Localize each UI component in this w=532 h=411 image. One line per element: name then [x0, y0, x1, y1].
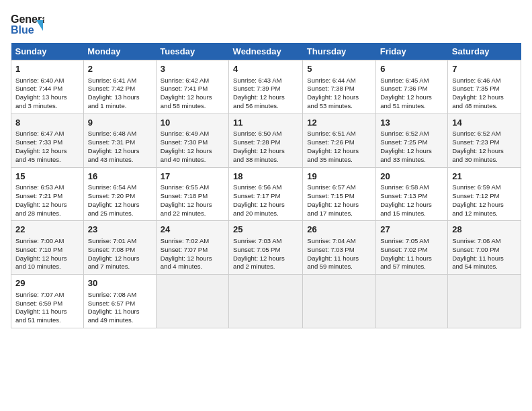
day-info: Sunset: 7:44 PM: [15, 85, 79, 93]
day-number: 26: [307, 224, 371, 236]
day-info: Sunset: 7:17 PM: [233, 192, 298, 201]
day-number: 25: [233, 224, 298, 236]
day-info: and 33 minutes.: [380, 156, 443, 165]
day-info: and 45 minutes.: [15, 156, 79, 165]
day-info: Daylight: 12 hours: [307, 201, 371, 210]
day-info: Sunset: 7:00 PM: [452, 246, 517, 255]
day-info: Daylight: 12 hours: [161, 93, 224, 102]
day-info: Sunset: 7:30 PM: [161, 138, 224, 147]
day-info: Sunrise: 6:46 AM: [452, 77, 517, 85]
day-number: 28: [452, 224, 517, 236]
empty-cell: [156, 275, 228, 328]
day-info: Daylight: 12 hours: [15, 201, 79, 210]
day-number: 27: [380, 224, 443, 236]
day-number: 7: [452, 63, 517, 75]
day-info: Daylight: 12 hours: [161, 255, 224, 263]
day-number: 9: [88, 117, 152, 129]
day-info: Sunrise: 7:03 AM: [233, 237, 298, 246]
day-number: 24: [161, 224, 224, 236]
day-info: Sunset: 7:13 PM: [380, 192, 443, 201]
day-cell: 29Sunrise: 7:07 AMSunset: 6:59 PMDayligh…: [11, 275, 84, 328]
day-info: Sunrise: 7:08 AM: [88, 291, 152, 300]
day-info: Sunset: 7:33 PM: [15, 138, 79, 147]
day-info: Sunset: 7:36 PM: [380, 85, 443, 93]
day-number: 12: [307, 117, 371, 129]
day-cell: 1Sunrise: 6:40 AMSunset: 7:44 PMDaylight…: [11, 60, 84, 114]
day-cell: 25Sunrise: 7:03 AMSunset: 7:05 PMDayligh…: [229, 221, 303, 275]
day-number: 14: [452, 117, 517, 129]
day-info: and 28 minutes.: [15, 210, 79, 218]
day-info: Daylight: 12 hours: [15, 255, 79, 263]
day-info: Sunrise: 7:02 AM: [161, 237, 224, 246]
day-info: and 17 minutes.: [307, 210, 371, 218]
col-friday: Friday: [376, 43, 448, 60]
empty-cell: [448, 275, 521, 328]
day-info: Daylight: 12 hours: [452, 201, 517, 210]
day-info: and 49 minutes.: [88, 316, 152, 325]
day-info: Sunrise: 6:40 AM: [15, 77, 79, 85]
day-info: Daylight: 12 hours: [88, 201, 152, 210]
table-row: 15Sunrise: 6:53 AMSunset: 7:21 PMDayligh…: [11, 167, 521, 221]
day-cell: 16Sunrise: 6:54 AMSunset: 7:20 PMDayligh…: [83, 167, 156, 221]
day-info: Sunrise: 7:06 AM: [452, 237, 517, 246]
day-cell: 7Sunrise: 6:46 AMSunset: 7:35 PMDaylight…: [448, 60, 521, 114]
day-info: and 54 minutes.: [452, 263, 517, 271]
day-info: Sunrise: 7:05 AM: [380, 237, 443, 246]
day-number: 17: [161, 171, 224, 183]
day-info: and 38 minutes.: [233, 156, 298, 165]
day-info: Sunrise: 6:50 AM: [233, 130, 298, 138]
day-number: 16: [88, 171, 152, 183]
day-info: Sunrise: 6:52 AM: [380, 130, 443, 138]
day-info: and 35 minutes.: [307, 156, 371, 165]
day-number: 30: [88, 277, 152, 289]
day-info: Sunset: 7:05 PM: [233, 246, 298, 255]
day-number: 6: [380, 63, 443, 75]
day-info: Daylight: 12 hours: [380, 93, 443, 102]
day-number: 15: [15, 171, 79, 183]
day-info: Daylight: 12 hours: [233, 201, 298, 210]
day-number: 22: [15, 224, 79, 236]
day-info: and 53 minutes.: [307, 102, 371, 111]
day-info: Daylight: 12 hours: [233, 93, 298, 102]
day-cell: 17Sunrise: 6:55 AMSunset: 7:18 PMDayligh…: [156, 167, 228, 221]
day-info: and 4 minutes.: [161, 263, 224, 271]
day-info: Sunset: 7:35 PM: [452, 85, 517, 93]
day-cell: 15Sunrise: 6:53 AMSunset: 7:21 PMDayligh…: [11, 167, 84, 221]
day-info: Sunrise: 7:04 AM: [307, 237, 371, 246]
day-info: Sunrise: 6:44 AM: [307, 77, 371, 85]
day-info: Sunrise: 7:07 AM: [15, 291, 79, 300]
day-cell: 22Sunrise: 7:00 AMSunset: 7:10 PMDayligh…: [11, 221, 84, 275]
day-number: 29: [15, 277, 79, 289]
day-info: and 57 minutes.: [380, 263, 443, 271]
table-row: 22Sunrise: 7:00 AMSunset: 7:10 PMDayligh…: [11, 221, 521, 275]
day-info: Daylight: 12 hours: [380, 201, 443, 210]
day-number: 10: [161, 117, 224, 129]
day-cell: 4Sunrise: 6:43 AMSunset: 7:39 PMDaylight…: [229, 60, 303, 114]
day-info: Sunrise: 6:47 AM: [15, 130, 79, 138]
day-info: Sunset: 7:41 PM: [161, 85, 224, 93]
day-info: and 43 minutes.: [88, 156, 152, 165]
day-info: Daylight: 11 hours: [307, 255, 371, 263]
day-info: Sunset: 7:07 PM: [161, 246, 224, 255]
calendar-table: Sunday Monday Tuesday Wednesday Thursday…: [11, 43, 521, 328]
day-info: Sunset: 7:23 PM: [452, 138, 517, 147]
day-info: Daylight: 11 hours: [380, 255, 443, 263]
day-info: Sunrise: 6:41 AM: [88, 77, 152, 85]
day-info: Daylight: 12 hours: [233, 255, 298, 263]
day-info: and 3 minutes.: [15, 102, 79, 111]
day-info: Sunset: 7:03 PM: [307, 246, 371, 255]
col-tuesday: Tuesday: [156, 43, 228, 60]
day-number: 19: [307, 171, 371, 183]
col-wednesday: Wednesday: [229, 43, 303, 60]
day-number: 5: [307, 63, 371, 75]
day-cell: 30Sunrise: 7:08 AMSunset: 6:57 PMDayligh…: [83, 275, 156, 328]
day-info: Sunrise: 6:52 AM: [452, 130, 517, 138]
day-info: Sunset: 6:57 PM: [88, 300, 152, 308]
day-number: 1: [15, 63, 79, 75]
day-number: 13: [380, 117, 443, 129]
day-cell: 18Sunrise: 6:56 AMSunset: 7:17 PMDayligh…: [229, 167, 303, 221]
day-info: and 7 minutes.: [88, 263, 152, 271]
day-info: Sunrise: 6:48 AM: [88, 130, 152, 138]
day-cell: 20Sunrise: 6:58 AMSunset: 7:13 PMDayligh…: [376, 167, 448, 221]
day-info: Sunrise: 6:51 AM: [307, 130, 371, 138]
